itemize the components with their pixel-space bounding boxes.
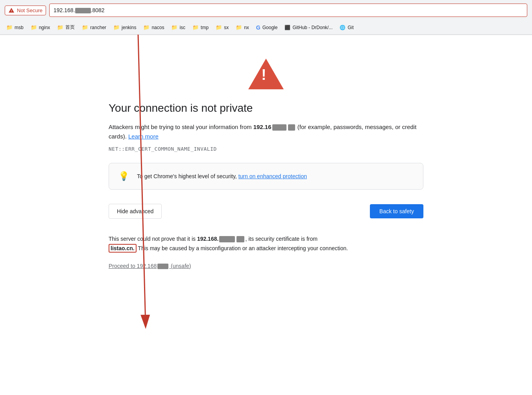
bookmark-home[interactable]: 📁首页: [54, 23, 78, 32]
bookmark-msb[interactable]: 📁msb: [3, 23, 27, 31]
bookmark-jenkins[interactable]: 📁jenkins: [110, 23, 139, 31]
domain-highlight: listao.cn.: [109, 244, 137, 253]
bookmark-rancher[interactable]: 📁rancher: [79, 23, 109, 31]
svg-text:!: !: [11, 9, 12, 13]
bookmark-sx[interactable]: 📁sx: [212, 23, 232, 31]
error-page: Your connection is not private Attackers…: [0, 35, 532, 395]
proceed-link[interactable]: Proceed to 192.168 (unsafe): [109, 263, 191, 269]
bookmark-nacos[interactable]: 📁nacos: [140, 23, 167, 31]
warning-icon-wrap: [109, 59, 423, 89]
bookmarks-bar: 📁msb 📁nginx 📁首页 📁rancher 📁jenkins 📁nacos…: [0, 20, 532, 35]
enhanced-protection-link[interactable]: turn on enhanced protection: [238, 173, 307, 179]
not-secure-badge: ! Not Secure: [5, 6, 46, 15]
address-text: 192.168..8082: [54, 7, 105, 13]
bookmark-github[interactable]: ⬛GitHub - DrDonk/...: [281, 24, 336, 31]
proceed-link-row: Proceed to 192.168 (unsafe): [109, 263, 423, 269]
back-to-safety-button[interactable]: Back to safety: [370, 204, 423, 218]
error-title: Your connection is not private: [109, 102, 423, 114]
bookmark-tmp[interactable]: 📁tmp: [189, 23, 212, 31]
bookmark-nginx[interactable]: 📁nginx: [28, 23, 54, 31]
bookmark-nx[interactable]: 📁nx: [233, 23, 252, 31]
security-tip-text: To get Chrome's highest level of securit…: [137, 173, 307, 179]
error-code: NET::ERR_CERT_COMMON_NAME_INVALID: [109, 146, 423, 152]
bookmark-git[interactable]: 🌐Git: [336, 24, 357, 31]
hide-advanced-button[interactable]: Hide advanced: [109, 204, 162, 219]
not-secure-label: Not Secure: [17, 7, 42, 13]
buttons-row: Hide advanced Back to safety: [109, 204, 423, 219]
advanced-info: This server could not prove that it is 1…: [109, 234, 423, 253]
security-tip-box: 💡 To get Chrome's highest level of secur…: [109, 163, 423, 190]
bulb-icon: 💡: [118, 171, 129, 181]
warning-triangle-icon: [248, 59, 284, 89]
bookmark-google[interactable]: GGoogle: [253, 23, 281, 32]
learn-more-link[interactable]: Learn more: [128, 133, 159, 140]
error-description: Attackers might be trying to steal your …: [109, 122, 423, 141]
address-bar[interactable]: 192.168..8082: [49, 4, 527, 17]
bookmark-isc[interactable]: 📁isc: [168, 23, 188, 31]
